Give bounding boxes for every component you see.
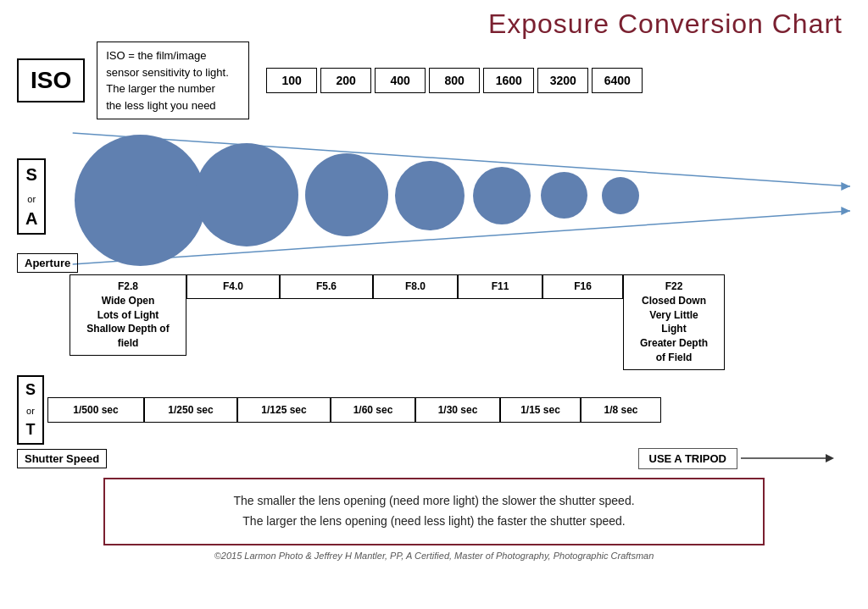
a-label: A [25,209,37,228]
svg-marker-3 [841,207,850,215]
or-shutter-label: or [26,406,35,416]
f22-line3: Very Little [649,309,698,321]
shutter-500: 1/500 sec [47,397,144,423]
f22-line1: F22 [665,280,683,292]
circle-f8 [395,161,465,230]
page: Exposure Conversion Chart ISO ISO = the … [0,0,868,609]
shutter-row: S or T 1/500 sec 1/250 sec 1/125 sec 1/6… [17,375,851,445]
circle-f5.6 [305,153,388,236]
iso-label: ISO [17,58,85,102]
iso-row: ISO ISO = the film/image sensor sensitiv… [17,42,851,119]
shutter-label-row: Shutter Speed USE A TRIPOD [17,448,851,469]
aperture-section: S or A Aperture [17,125,851,273]
circle-f4 [195,143,298,246]
shutter-speed-label: Shutter Speed [17,449,107,468]
page-title: Exposure Conversion Chart [17,8,851,40]
aperture-box-f4: F4.0 [186,274,280,299]
bottom-line2: The larger the lens opening (need less l… [131,512,737,532]
tripod-container: USE A TRIPOD [638,448,843,469]
iso-desc-line4: the less light you need [106,99,215,112]
f16-label: F16 [574,280,592,292]
s-shutter-label: S [25,381,36,398]
shutter-60: 1/60 sec [331,397,415,423]
iso-value-100: 100 [266,68,317,93]
circle-f22 [602,177,639,214]
f11-label: F11 [492,280,509,292]
or-label-aperture: or [27,194,36,204]
aperture-box-f16: F16 [542,274,623,299]
aperture-box-f2.8: F2.8 Wide Open Lots of Light Shallow Dep… [70,274,186,356]
iso-value-800: 800 [429,68,480,93]
iso-value-6400: 6400 [592,68,643,93]
aperture-box-f22: F22 Closed Down Very Little Light Greate… [623,274,725,370]
shutter-8: 1/8 sec [581,397,661,423]
f2.8-line2: Wide Open [102,295,155,307]
circle-f11 [473,167,531,224]
f22-line2: Closed Down [642,295,706,307]
f2.8-line4: Shallow Depth of [86,323,169,335]
iso-value-3200: 3200 [537,68,588,93]
aperture-box-f5.6: F5.6 [280,274,373,299]
tripod-text: USE A TRIPOD [638,448,738,469]
f5.6-label: F5.6 [316,280,337,292]
aperture-box-f8: F8.0 [373,274,458,299]
f8-label: F8.0 [405,280,426,292]
aperture-boxes: F2.8 Wide Open Lots of Light Shallow Dep… [70,274,851,370]
circle-f2.8 [75,135,206,266]
circle-f16 [541,172,587,219]
svg-marker-2 [841,182,850,191]
f22-line6: of Field [656,352,693,363]
shutter-values: 1/500 sec 1/250 sec 1/125 sec 1/60 sec 1… [47,397,851,423]
f4-label: F4.0 [223,280,243,292]
shutter-125: 1/125 sec [237,397,331,423]
iso-desc-line3: The larger the number [106,82,215,95]
tripod-arrow-svg [741,450,843,467]
iso-value-400: 400 [375,68,426,93]
shutter-250: 1/250 sec [144,397,237,423]
f22-line4: Light [661,323,686,335]
bottom-box: The smaller the lens opening (need more … [103,478,765,545]
copyright: ©2015 Larmon Photo & Jeffrey H Mantler, … [17,551,851,561]
middle-section: F2.8 Wide Open Lots of Light Shallow Dep… [17,274,851,370]
aperture-box-f11: F11 [458,274,542,299]
s-t-label: S or T [17,375,44,445]
iso-value-200: 200 [320,68,371,93]
f2.8-line1: F2.8 [118,280,138,292]
iso-desc-line2: sensor sensitivity to light. [106,66,229,79]
iso-description: ISO = the film/image sensor sensitivity … [97,42,249,119]
iso-desc-line1: ISO = the film/image [106,49,206,62]
shutter-30: 1/30 sec [415,397,500,423]
s-a-label: S or A [17,158,46,235]
f2.8-line5: field [118,337,139,349]
svg-marker-5 [826,454,834,462]
iso-value-1600: 1600 [483,68,534,93]
shutter-15: 1/15 sec [500,397,581,423]
t-label: T [26,421,36,438]
aperture-label: Aperture [17,253,78,273]
iso-values: 100 200 400 800 1600 3200 6400 [266,68,643,93]
f22-line5: Greater Depth [640,337,708,349]
f2.8-line3: Lots of Light [97,309,159,321]
s-label: S [26,165,37,184]
bottom-line1: The smaller the lens opening (need more … [131,491,737,512]
